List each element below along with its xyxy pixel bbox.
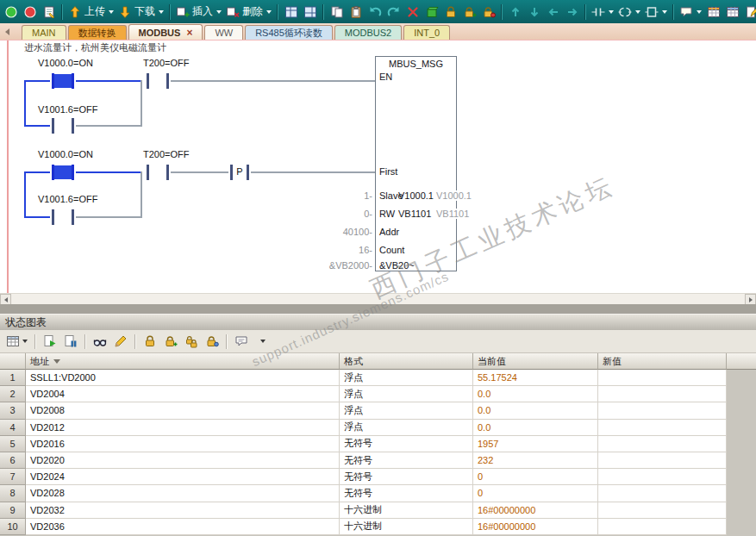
cell-address[interactable]: VD2020 — [26, 452, 340, 469]
panel-splitter[interactable] — [0, 304, 756, 314]
editor-hscrollbar[interactable] — [0, 293, 756, 304]
cell-address[interactable]: VD2036 — [26, 519, 340, 535]
unforce-all-button[interactable] — [182, 333, 201, 351]
edit-sheet-button[interactable] — [742, 3, 756, 22]
mbus-msg-block[interactable] — [375, 56, 457, 271]
header-row-number[interactable] — [0, 353, 26, 370]
unforce-all-button[interactable] — [479, 3, 497, 22]
operand-label-v1000-0[interactable]: V1000.0=ON — [38, 149, 93, 159]
header-address[interactable]: 地址 — [26, 353, 340, 370]
row-number[interactable]: 10 — [0, 519, 26, 535]
cell-format[interactable]: 浮点 — [340, 386, 473, 402]
cell-new-value[interactable] — [598, 420, 727, 436]
box-button[interactable] — [643, 3, 669, 22]
tab-main[interactable]: MAIN — [22, 25, 66, 40]
paste-button[interactable] — [347, 3, 365, 22]
cell-current-value[interactable]: 1957 — [473, 436, 598, 452]
read-once-button[interactable] — [91, 333, 109, 351]
chart-view-button[interactable] — [723, 3, 741, 22]
tab-data-convert[interactable]: 数据转换 — [68, 25, 127, 40]
contact-v1000-0[interactable] — [50, 73, 76, 89]
cell-new-value[interactable] — [598, 402, 727, 419]
cell-address[interactable]: VD2008 — [26, 402, 340, 419]
download-button[interactable]: 下载 — [116, 3, 166, 22]
more-options-button[interactable] — [253, 333, 272, 351]
wire-left-button[interactable] — [544, 3, 562, 22]
operand-label-v1000-0[interactable]: V1000.0=ON — [38, 58, 93, 68]
cell-address[interactable]: VD2032 — [26, 502, 340, 519]
cell-current-value[interactable]: 16#00000000 — [473, 502, 598, 519]
cell-format[interactable]: 十六进制 — [340, 502, 473, 519]
copy-button[interactable] — [328, 3, 346, 22]
contact-v1001-6[interactable] — [50, 118, 76, 134]
cell-current-value[interactable]: 55.17524 — [473, 370, 598, 386]
cell-current-value[interactable]: 0 — [473, 485, 598, 502]
row-number[interactable]: 3 — [0, 402, 26, 419]
edge-contact-p[interactable]: P — [228, 165, 251, 180]
tab-scroll-left-button[interactable] — [2, 24, 13, 40]
trend-pause-button[interactable] — [61, 333, 80, 351]
stop-button[interactable] — [21, 3, 39, 22]
cell-format[interactable]: 无符号 — [340, 436, 473, 452]
tab-modbus2[interactable]: MODBUS2 — [334, 25, 402, 40]
table-view-button[interactable] — [704, 3, 722, 22]
cell-current-value[interactable]: 0 — [473, 469, 598, 485]
redo-button[interactable] — [384, 3, 403, 22]
wire-down-button[interactable] — [525, 3, 543, 22]
cell-current-value[interactable]: 232 — [473, 452, 598, 469]
save-button[interactable] — [40, 3, 58, 22]
row-number[interactable]: 4 — [0, 420, 26, 436]
unforce-button[interactable] — [460, 3, 478, 22]
cell-address[interactable]: VD2004 — [26, 386, 340, 402]
header-new-value[interactable]: 新值 — [598, 353, 727, 370]
force-button[interactable] — [441, 3, 459, 22]
insert-button[interactable]: 插入 — [174, 3, 223, 22]
network-comment[interactable]: 进水流量计，杭州美仪电磁流量计 — [24, 41, 166, 54]
contact-button[interactable] — [590, 3, 615, 22]
contact-t200[interactable] — [145, 73, 171, 89]
cell-address[interactable]: VD2012 — [26, 420, 340, 436]
row-number[interactable]: 7 — [0, 469, 26, 485]
cell-current-value[interactable]: 0.0 — [473, 402, 598, 419]
force-button[interactable] — [141, 333, 159, 351]
write-all-button[interactable] — [111, 333, 130, 351]
operand-error[interactable]: VB1101 — [398, 209, 431, 219]
cell-current-value[interactable]: 16#00000000 — [473, 519, 598, 535]
contact-v1000-0[interactable] — [50, 165, 76, 180]
cell-new-value[interactable] — [598, 370, 727, 386]
tab-close-icon[interactable]: × — [186, 28, 192, 37]
cell-format[interactable]: 浮点 — [340, 402, 473, 419]
chart-select-dropdown[interactable] — [3, 333, 30, 351]
cell-format[interactable]: 无符号 — [340, 452, 473, 469]
cell-new-value[interactable] — [598, 502, 727, 519]
read-forced-button[interactable] — [203, 333, 222, 351]
row-number[interactable]: 1 — [0, 370, 26, 386]
unforce-button[interactable] — [161, 333, 180, 351]
tab-int0[interactable]: INT_0 — [403, 25, 450, 40]
cell-new-value[interactable] — [598, 452, 727, 469]
row-number[interactable]: 9 — [0, 502, 26, 519]
header-format[interactable]: 格式 — [340, 353, 473, 370]
cell-current-value[interactable]: 0.0 — [473, 386, 598, 402]
run-button[interactable] — [2, 3, 20, 22]
cell-address[interactable]: VD2024 — [26, 469, 340, 485]
operand-label-t200[interactable]: T200=OFF — [143, 58, 190, 68]
row-number[interactable]: 6 — [0, 452, 26, 469]
cell-format[interactable]: 无符号 — [340, 469, 473, 485]
cell-new-value[interactable] — [598, 485, 727, 502]
operand-label-v1001-6[interactable]: V1001.6=OFF — [38, 194, 97, 204]
tab-rs485-loop-read[interactable]: RS485循环读数 — [245, 25, 333, 40]
operand-dataptr[interactable]: &VB20~ — [379, 260, 415, 271]
compile-button[interactable] — [422, 3, 440, 22]
cancel-button[interactable] — [403, 3, 422, 22]
cell-format[interactable]: 无符号 — [340, 485, 473, 502]
tab-ww[interactable]: WW — [204, 25, 243, 40]
cell-address[interactable]: SSLL1:VD2000 — [26, 370, 340, 386]
header-current-value[interactable]: 当前值 — [473, 353, 598, 370]
delete-button[interactable]: 删除 — [224, 3, 273, 22]
cell-format[interactable]: 浮点 — [340, 370, 473, 386]
contact-v1001-6[interactable] — [50, 209, 76, 225]
address-view-button[interactable] — [678, 3, 703, 22]
undo-button[interactable] — [366, 3, 384, 22]
comment-bubble-button[interactable] — [232, 333, 251, 351]
